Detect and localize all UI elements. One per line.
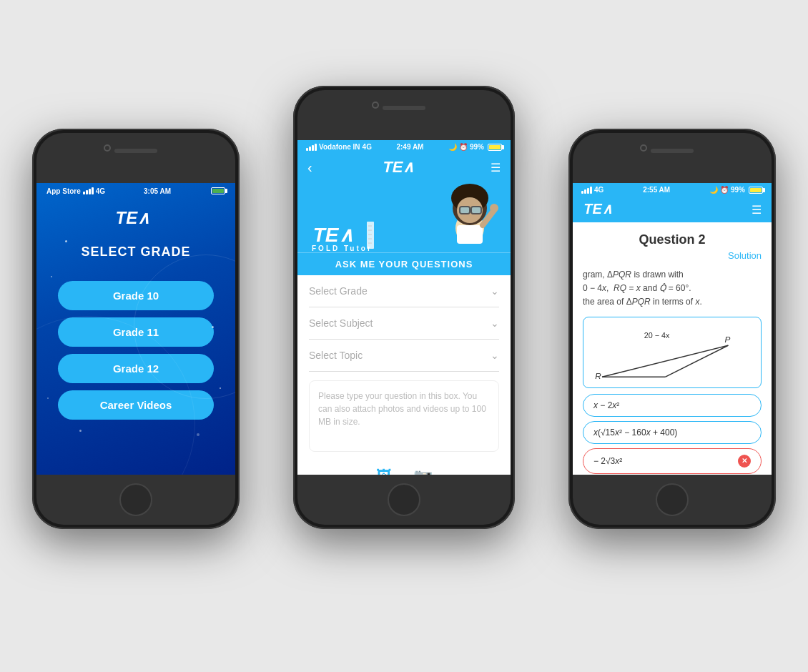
signal-bar-4	[92, 187, 94, 194]
right-status-left: 4G	[581, 186, 603, 194]
right-bar-1	[581, 191, 583, 194]
wrong-mark-icon: ✕	[738, 455, 751, 468]
svg-line-24	[665, 345, 728, 377]
right-logo: TE∧	[583, 201, 619, 218]
right-battery-fill	[750, 188, 762, 192]
star-3	[212, 326, 214, 328]
right-network: 4G	[594, 186, 603, 194]
grade-10-button[interactable]: Grade 10	[58, 281, 214, 310]
camera-upload-icon[interactable]: 📷	[413, 468, 433, 475]
star-6	[79, 430, 82, 432]
svg-rect-18	[472, 207, 481, 213]
left-home-button[interactable]	[119, 483, 152, 516]
signal-bar-3	[89, 189, 91, 194]
star-4	[47, 397, 49, 399]
answer-option-2[interactable]: x(√15x² − 160x + 400)	[583, 421, 762, 444]
center-signal	[306, 144, 317, 151]
question-textarea[interactable]: Please type your question in this box. Y…	[309, 380, 499, 452]
left-battery-bar	[211, 187, 225, 194]
center-status-right: 🌙 ⏰ 99%	[448, 143, 502, 151]
camera-right	[640, 144, 647, 152]
select-grade-dropdown[interactable]: Select Grade ⌄	[309, 275, 499, 307]
right-status-right: 🌙 ⏰ 99%	[709, 186, 763, 194]
select-grade-label: Select Grade	[309, 285, 368, 297]
grade-chevron-icon: ⌄	[491, 285, 499, 297]
question-text-content: gram, ΔPQR is drawn with0 − 4x, RQ = x a…	[583, 270, 702, 307]
center-bar-3	[312, 145, 314, 151]
fold-brand: TE∧	[312, 222, 375, 252]
answer-option-3[interactable]: − 2√3x² ✕	[583, 448, 762, 474]
phone-right: 4G 2:55 AM 🌙 ⏰ 99%	[568, 129, 776, 529]
center-status-bar: Vodafone IN 4G 2:49 AM 🌙 ⏰ 99%	[297, 140, 511, 154]
center-screen: Vodafone IN 4G 2:49 AM 🌙 ⏰ 99%	[297, 140, 511, 475]
center-carrier: Vodafone IN	[319, 143, 360, 151]
svg-text:R: R	[595, 371, 601, 380]
right-moon-icon: 🌙	[709, 186, 718, 194]
star-2	[51, 276, 52, 277]
star-1	[65, 240, 67, 242]
signal-bar-2	[86, 190, 88, 194]
svg-point-20	[490, 204, 498, 212]
subject-chevron-icon: ⌄	[491, 317, 499, 329]
svg-line-22	[602, 345, 728, 377]
signal-bar-1	[83, 192, 85, 194]
speaker-center	[383, 106, 425, 110]
mascot-svg	[440, 171, 501, 249]
triangle-svg: P R 20 − 4x	[583, 317, 761, 387]
svg-text:TE∧: TE∧	[313, 224, 353, 246]
answer-2-text: x(√15x² − 160x + 400)	[593, 428, 677, 438]
question-area: Question 2 Solution gram, ΔPQR is drawn …	[573, 222, 772, 475]
left-status-bar: App Store 4G 3:05 AM	[36, 183, 235, 199]
moon-icon: 🌙	[448, 143, 457, 151]
svg-text:20 − 4x: 20 − 4x	[644, 331, 670, 340]
upload-icons-row: 🖼 📷	[309, 460, 499, 475]
speaker-left	[114, 149, 157, 153]
right-battery-pct: 99%	[731, 186, 745, 194]
right-home-button[interactable]	[656, 483, 689, 516]
left-status-right	[210, 187, 225, 194]
left-signal-bars	[83, 187, 94, 194]
mascot-character	[440, 171, 501, 252]
fold-logo-svg: TE∧	[312, 223, 362, 247]
left-network: 4G	[96, 187, 105, 195]
question-title: Question 2	[583, 232, 762, 247]
select-subject-label: Select Subject	[309, 317, 373, 329]
answer-option-1[interactable]: x − 2x²	[583, 394, 762, 417]
grade-11-button[interactable]: Grade 11	[58, 317, 214, 347]
select-topic-label: Select Topic	[309, 350, 363, 361]
right-bar-3	[587, 188, 589, 194]
phone-left: App Store 4G 3:05 AM	[32, 129, 240, 529]
svg-text:P: P	[725, 335, 731, 344]
triangle-diagram: P R 20 − 4x	[583, 317, 762, 388]
center-logo: TE∧	[382, 158, 421, 177]
right-status-bar: 4G 2:55 AM 🌙 ⏰ 99%	[573, 183, 772, 197]
phones-container: App Store 4G 3:05 AM	[11, 14, 797, 658]
right-time: 2:55 AM	[643, 186, 670, 194]
svg-text:TE∧: TE∧	[383, 158, 414, 176]
grade-12-button[interactable]: Grade 12	[58, 354, 214, 383]
left-time: 3:05 AM	[144, 187, 171, 195]
right-alarm-icon: ⏰	[720, 186, 729, 194]
left-screen: App Store 4G 3:05 AM	[36, 183, 235, 475]
back-icon[interactable]: ‹	[307, 159, 312, 176]
left-battery-fill	[212, 189, 224, 193]
phone-center: Vodafone IN 4G 2:49 AM 🌙 ⏰ 99%	[293, 86, 515, 529]
select-subject-dropdown[interactable]: Select Subject ⌄	[309, 307, 499, 340]
solution-link[interactable]: Solution	[583, 250, 762, 261]
career-videos-button[interactable]: Career Videos	[58, 390, 214, 420]
star-5	[197, 433, 199, 436]
right-bar-2	[584, 189, 586, 194]
select-topic-dropdown[interactable]: Select Topic ⌄	[309, 340, 499, 372]
image-upload-icon[interactable]: 🖼	[376, 468, 392, 475]
right-screen: 4G 2:55 AM 🌙 ⏰ 99%	[573, 183, 772, 475]
center-form-body: Select Grade ⌄ Select Subject ⌄ Select T…	[297, 275, 511, 475]
right-menu-icon[interactable]: ☰	[752, 203, 762, 217]
ask-banner: ASK ME YOUR QUESTIONS	[297, 252, 511, 275]
center-bar-4	[315, 144, 317, 151]
center-battery-bar	[488, 144, 502, 151]
right-bar-4	[590, 187, 592, 194]
topic-chevron-icon: ⌄	[491, 350, 499, 361]
center-home-button[interactable]	[388, 483, 420, 516]
camera-center	[372, 102, 379, 109]
select-grade-title: SELECT GRADE	[36, 233, 235, 274]
